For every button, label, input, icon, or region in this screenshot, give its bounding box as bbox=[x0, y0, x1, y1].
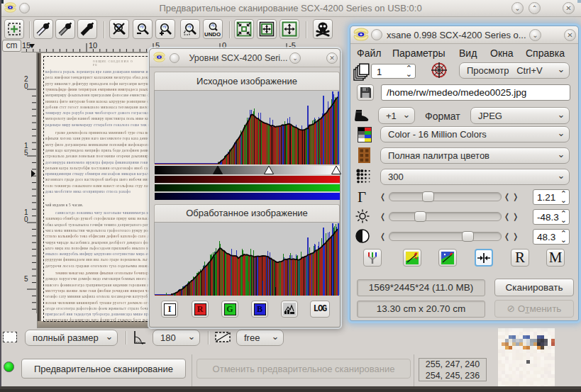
svg-text:UNDO: UNDO bbox=[204, 31, 221, 37]
svg-text:0: 0 bbox=[24, 215, 28, 223]
svg-text:5: 5 bbox=[24, 275, 28, 283]
svg-text:0: 0 bbox=[24, 82, 28, 90]
svg-text:15: 15 bbox=[22, 41, 31, 50]
svg-text:5: 5 bbox=[24, 149, 28, 157]
svg-text:10: 10 bbox=[89, 41, 97, 50]
svg-text:Γ: Γ bbox=[358, 189, 366, 204]
